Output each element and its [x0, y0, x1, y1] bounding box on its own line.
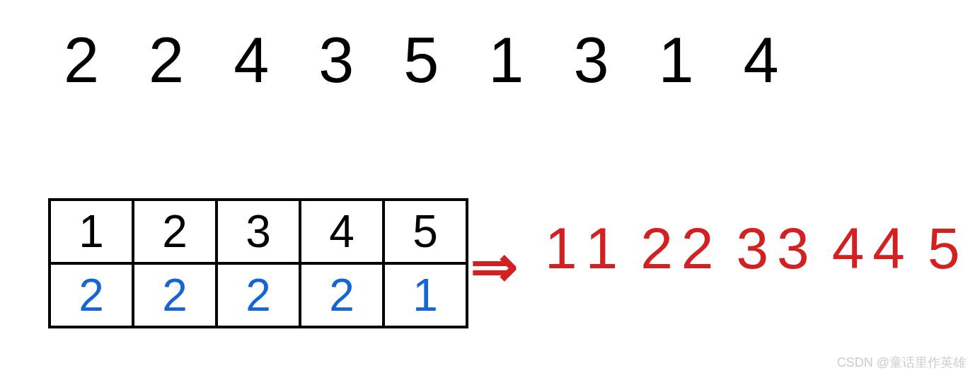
input-sequence: 2 2 4 3 5 1 3 1 4: [64, 28, 779, 92]
input-digit: 1: [658, 28, 693, 92]
watermark: CSDN @童话里作英雄: [837, 354, 966, 371]
input-digit: 3: [318, 28, 354, 92]
arrow-icon: ⇒: [471, 234, 518, 299]
header-cell: 5: [384, 200, 467, 263]
table-count-row: 2 2 2 2 1: [50, 263, 467, 327]
input-digit: 2: [149, 28, 184, 92]
count-cell: 2: [300, 263, 384, 327]
output-sequence: 1 1 2 2 3 3 4 4 5: [545, 219, 959, 277]
output-digit: 3: [736, 219, 768, 277]
count-cell: 2: [133, 263, 217, 327]
header-cell: 2: [133, 200, 217, 263]
output-digit: 4: [832, 219, 865, 277]
output-digit: 3: [777, 219, 809, 277]
header-cell: 4: [300, 200, 384, 263]
count-cell: 1: [384, 263, 467, 327]
count-cell: 2: [217, 263, 300, 327]
input-digit: 2: [64, 28, 99, 92]
input-digit: 5: [403, 28, 439, 92]
output-digit: 4: [872, 219, 905, 277]
output-digit: 2: [681, 219, 714, 277]
count-table: 1 2 3 4 5 2 2 2 2 1: [48, 198, 468, 328]
output-digit: 1: [586, 219, 618, 277]
table-header-row: 1 2 3 4 5: [50, 200, 467, 263]
input-digit: 4: [234, 28, 269, 92]
output-digit: 2: [640, 219, 673, 277]
output-digit: 1: [545, 219, 577, 277]
input-digit: 4: [744, 28, 779, 92]
output-digit: 5: [928, 219, 960, 277]
input-digit: 1: [488, 28, 524, 92]
input-digit: 3: [573, 28, 609, 92]
header-cell: 3: [217, 200, 300, 263]
header-cell: 1: [50, 200, 133, 263]
count-cell: 2: [50, 263, 133, 327]
